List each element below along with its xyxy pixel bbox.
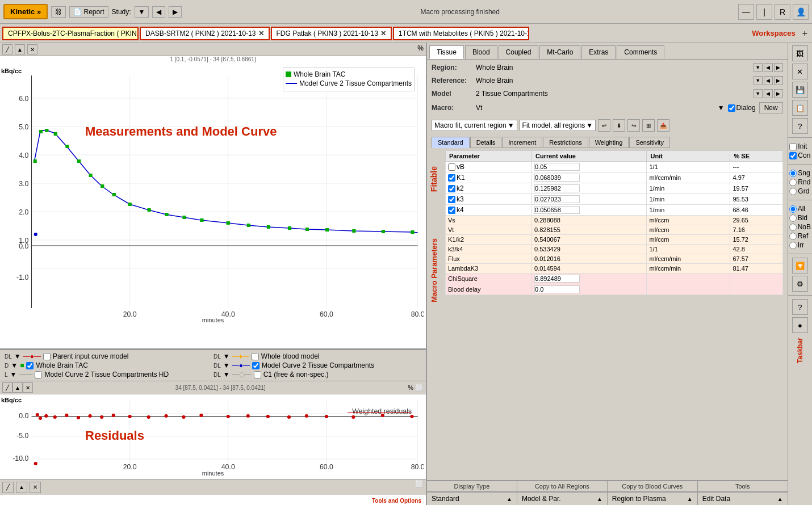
ws-tab-close-1[interactable]: ✕	[258, 30, 264, 37]
legend-check-3[interactable]	[252, 362, 259, 369]
percent-toggle[interactable]: %	[417, 44, 424, 52]
legend-check-2[interactable]	[26, 362, 34, 369]
bld-radio[interactable]	[789, 214, 797, 222]
workspace-tab-2[interactable]: FDG Patlak ( PKIN3 ) 2021-10-13 ✕	[271, 27, 392, 40]
param-value-chisq[interactable]	[532, 273, 647, 284]
sub-tab-restrictions[interactable]: Restrictions	[543, 137, 588, 148]
workspace-tab-1[interactable]: DASB-SRTM2 ( PKIN2 ) 2021-10-13 ✕	[140, 27, 270, 40]
copy-blood-btn[interactable]: Region to Plasma ▲	[608, 492, 697, 505]
expand-btn-resid[interactable]: ⬜	[415, 480, 424, 488]
table-btn[interactable]: ⊞	[642, 119, 655, 132]
tab-mtcarlo[interactable]: Mt-Carlo	[539, 45, 580, 59]
tools-btn[interactable]: Edit Data ▲	[698, 492, 788, 505]
ref-prev[interactable]: ◀	[764, 76, 773, 85]
tab-tissue[interactable]: Tissue	[429, 45, 464, 59]
d-arrow-0[interactable]: ▼	[14, 352, 21, 360]
study-dropdown[interactable]: ▼	[135, 6, 149, 18]
model-next[interactable]: ▶	[774, 89, 783, 98]
macro-dropdown-btn[interactable]: ▼	[718, 104, 725, 112]
vb-checkbox[interactable]	[448, 163, 455, 171]
model-dropdown[interactable]: ▼	[754, 89, 763, 98]
tab-extras[interactable]: Extras	[581, 45, 616, 59]
add-workspace-button[interactable]: +	[800, 28, 810, 39]
k2-checkbox[interactable]	[448, 185, 455, 192]
workspace-tab-3[interactable]: 1TCM with Metabolites ( PKIN5 ) 2021-10-…	[393, 27, 529, 40]
resid-ctrl-close[interactable]: ✕	[23, 382, 33, 393]
user-icon[interactable]: 👤	[793, 4, 809, 20]
init-checkbox[interactable]	[789, 143, 797, 150]
sub-tab-increment[interactable]: Increment	[502, 137, 542, 148]
rnd-radio[interactable]	[789, 179, 797, 186]
k4-checkbox[interactable]	[448, 207, 455, 214]
resid-expand-btn[interactable]: ⬜	[416, 384, 424, 392]
grd-radio[interactable]	[789, 188, 797, 195]
param-value-k3[interactable]	[532, 194, 647, 205]
close-icon[interactable]: R	[775, 4, 790, 20]
sub-tab-sensitivity[interactable]: Sensitivity	[629, 137, 670, 148]
taskbar-btn-help2[interactable]: ?	[792, 299, 808, 315]
irr-radio[interactable]	[789, 242, 797, 249]
all-radio[interactable]	[789, 205, 797, 213]
fit-current-dropdown[interactable]: Macro fit, current region ▼	[432, 120, 517, 131]
plot-ctrl-line[interactable]: ╱	[2, 44, 12, 54]
param-value-k2[interactable]	[532, 183, 647, 194]
undo-btn[interactable]: ↩	[598, 119, 610, 132]
d-arrow-2[interactable]: ▼	[11, 361, 18, 369]
legend-check-1[interactable]	[252, 353, 259, 360]
download-btn[interactable]: ⬇	[613, 119, 625, 132]
kinetic-button[interactable]: Kinetic »	[3, 4, 48, 19]
resid-ctrl-up[interactable]: ▲	[12, 382, 23, 393]
tool-icon-2[interactable]: ✕	[30, 482, 41, 493]
region-next[interactable]: ▶	[774, 63, 783, 72]
plot-ctrl-up[interactable]: ▲	[15, 44, 25, 54]
k3-checkbox[interactable]	[448, 196, 455, 203]
sub-tab-details[interactable]: Details	[470, 137, 502, 148]
region-prev[interactable]: ◀	[764, 63, 773, 72]
new-button[interactable]: New	[759, 102, 783, 113]
k1-checkbox[interactable]	[448, 174, 455, 182]
taskbar-btn-close[interactable]: ✕	[792, 64, 808, 79]
taskbar-btn-settings[interactable]: ⚙	[792, 276, 808, 292]
copy-all-btn[interactable]: Model & Par. ▲	[517, 492, 607, 505]
taskbar-btn-clipboard[interactable]: 📋	[792, 100, 808, 116]
resid-ctrl-line[interactable]: ╱	[2, 382, 12, 393]
param-value-k4[interactable]	[532, 205, 647, 216]
region-dropdown[interactable]: ▼	[754, 63, 763, 72]
d-arrow-4[interactable]: ▼	[10, 371, 17, 378]
tool-icon-1[interactable]: ▲	[16, 482, 27, 493]
tab-comments[interactable]: Comments	[617, 45, 664, 59]
export-btn[interactable]: 📤	[657, 119, 669, 132]
study-next[interactable]: ▶	[169, 6, 182, 18]
resid-percent-btn[interactable]: %	[408, 384, 413, 391]
taskbar-btn-record[interactable]: ●	[792, 317, 808, 333]
taskbar-btn-picture[interactable]: 🖼	[792, 45, 808, 61]
ws-tab-close-2[interactable]: ✕	[380, 30, 386, 37]
d-arrow-1[interactable]: ▼	[223, 352, 230, 360]
param-value-k1[interactable]	[532, 172, 647, 183]
taskbar-btn-filter[interactable]: 🔽	[792, 258, 808, 273]
sng-radio[interactable]	[789, 170, 797, 177]
legend-check-4[interactable]	[35, 371, 42, 378]
param-value-blooddelay[interactable]	[532, 284, 647, 295]
con-checkbox[interactable]	[789, 152, 797, 159]
workspace-tab-0[interactable]: CPFPX-Bolus-2TC-PlasmaFraction ( PKIN1 )…	[2, 27, 139, 40]
d-arrow-3[interactable]: ▼	[223, 361, 230, 369]
param-value-vb[interactable]	[532, 162, 647, 172]
tab-blood[interactable]: Blood	[465, 45, 497, 59]
tool-icon-0[interactable]: ╱	[2, 482, 14, 493]
tab-coupled[interactable]: Coupled	[499, 45, 539, 59]
ref-next[interactable]: ▶	[774, 76, 783, 85]
model-prev[interactable]: ◀	[764, 89, 773, 98]
study-prev[interactable]: ◀	[152, 6, 165, 18]
taskbar-btn-save[interactable]: 💾	[792, 82, 808, 98]
report-button[interactable]: 📄 Report	[69, 6, 108, 18]
legend-check-0[interactable]	[43, 353, 51, 360]
redo-btn[interactable]: ↪	[627, 119, 640, 132]
display-type-btn[interactable]: Standard ▲	[427, 492, 517, 505]
plot-ctrl-close[interactable]: ✕	[27, 44, 37, 54]
minimize-icon[interactable]: —	[738, 4, 754, 20]
legend-check-5[interactable]	[254, 371, 261, 378]
nob-radio[interactable]	[789, 224, 797, 231]
d-arrow-5[interactable]: ▼	[223, 371, 230, 378]
sub-tab-weighting[interactable]: Weighting	[589, 137, 629, 148]
